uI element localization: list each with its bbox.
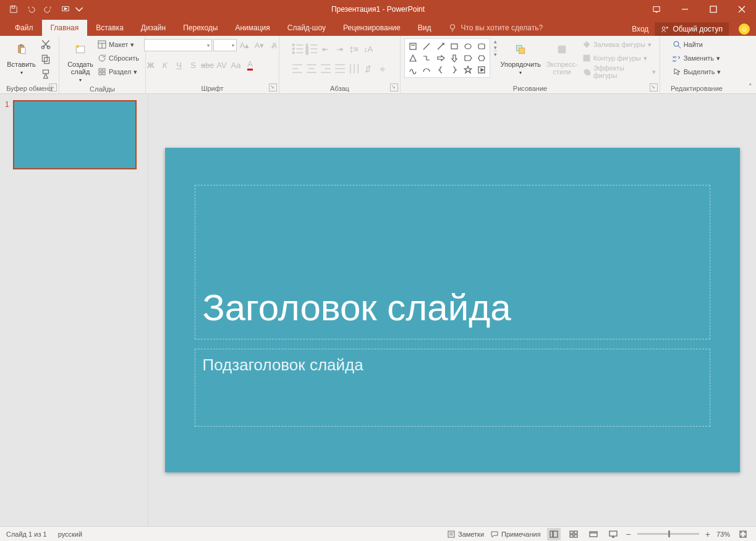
increase-font-button[interactable]: A▴	[238, 38, 252, 52]
tab-animations[interactable]: Анимация	[226, 20, 278, 36]
shapes-gallery[interactable]	[404, 38, 490, 78]
justify-button[interactable]	[333, 62, 347, 75]
minimize-button[interactable]	[671, 0, 699, 19]
reading-view-button[interactable]	[587, 528, 600, 540]
change-case-button[interactable]: Aa	[229, 58, 243, 72]
columns-button[interactable]	[347, 62, 361, 75]
shape-pentagon-icon[interactable]	[461, 52, 475, 64]
quick-styles-button[interactable]: A Экспресс- стили	[544, 38, 580, 75]
font-color-button[interactable]: A	[244, 58, 257, 72]
copy-button[interactable]	[39, 53, 53, 66]
zoom-in-button[interactable]: +	[705, 529, 710, 539]
tab-transitions[interactable]: Переходы	[174, 20, 226, 36]
tab-insert[interactable]: Вставка	[87, 20, 132, 36]
ribbon-display-options-button[interactable]	[642, 0, 671, 19]
tab-review[interactable]: Рецензирование	[334, 20, 409, 36]
reset-button[interactable]: Сбросить	[98, 52, 139, 64]
italic-button[interactable]: К	[158, 58, 172, 72]
undo-button[interactable]	[22, 1, 40, 18]
collapse-ribbon-button[interactable]: ˄	[749, 83, 752, 91]
align-left-button[interactable]	[291, 62, 304, 75]
font-name-combo[interactable]	[144, 39, 212, 51]
font-dialog-launcher[interactable]	[269, 83, 277, 92]
paste-button[interactable]: Вставить ▾	[7, 38, 36, 77]
shape-arc-icon[interactable]	[420, 64, 433, 76]
start-from-beginning-button[interactable]	[57, 1, 74, 18]
layout-button[interactable]: Макет ▾	[98, 38, 139, 51]
tab-file[interactable]: Файл	[6, 20, 42, 36]
shape-rectangle-icon[interactable]	[448, 40, 461, 52]
language-indicator[interactable]: русский	[58, 530, 82, 538]
slide[interactable]: Заголовок слайда Подзаголовок слайда	[165, 148, 740, 472]
drawing-dialog-launcher[interactable]	[650, 83, 658, 92]
align-center-button[interactable]	[305, 62, 318, 75]
shadow-button[interactable]: S	[187, 58, 200, 72]
tab-home[interactable]: Главная	[42, 20, 88, 36]
text-direction-button[interactable]: ↕A	[362, 42, 375, 56]
underline-button[interactable]: Ч	[172, 58, 186, 72]
maximize-button[interactable]	[699, 0, 728, 19]
tab-slideshow[interactable]: Слайд-шоу	[279, 20, 334, 36]
shape-oval-icon[interactable]	[461, 40, 475, 52]
fit-to-window-button[interactable]	[736, 528, 750, 540]
replace-button[interactable]: abacЗаменить ▾	[673, 52, 721, 64]
normal-view-button[interactable]	[547, 528, 561, 540]
font-size-combo[interactable]	[213, 39, 237, 51]
clipboard-dialog-launcher[interactable]	[49, 83, 57, 92]
shape-rounded-rect-icon[interactable]	[475, 40, 488, 52]
bullets-button[interactable]	[291, 42, 304, 56]
signin-link[interactable]: Вход	[632, 25, 648, 33]
decrease-indent-button[interactable]: ⇤	[319, 42, 333, 56]
title-placeholder[interactable]: Заголовок слайда	[195, 185, 710, 339]
shape-textbox-icon[interactable]	[406, 40, 420, 52]
feedback-smile-icon[interactable]: ☺	[739, 23, 750, 35]
new-slide-button[interactable]: Создать слайд ▾	[66, 38, 95, 84]
smartart-button[interactable]: ⎆	[376, 62, 389, 75]
paragraph-dialog-launcher[interactable]	[390, 83, 398, 92]
tab-view[interactable]: Вид	[409, 20, 440, 36]
align-text-button[interactable]: ⇵	[362, 62, 375, 75]
decrease-font-button[interactable]: A▾	[253, 38, 266, 52]
line-spacing-button[interactable]: ‡≡	[347, 42, 361, 56]
slide-sorter-view-button[interactable]	[567, 528, 580, 540]
shape-down-arrow-icon[interactable]	[448, 52, 461, 64]
shape-fill-button[interactable]: Заливка фигуры ▾	[582, 38, 656, 51]
shape-triangle-icon[interactable]	[406, 52, 420, 64]
shape-action-icon[interactable]	[475, 64, 488, 76]
shape-brace-right-icon[interactable]	[448, 64, 461, 76]
align-right-button[interactable]	[319, 62, 333, 75]
slideshow-view-button[interactable]	[606, 528, 620, 540]
shape-curve-icon[interactable]	[406, 64, 420, 76]
character-spacing-button[interactable]: AV	[215, 58, 229, 72]
shape-hexagon-icon[interactable]	[475, 52, 488, 64]
comments-button[interactable]: Примечания	[490, 528, 541, 540]
zoom-out-button[interactable]: −	[626, 529, 631, 539]
slide-thumbnail-1[interactable]	[13, 100, 137, 169]
shape-effects-button[interactable]: Эффекты фигуры ▾	[582, 66, 656, 78]
share-button[interactable]: Общий доступ	[655, 22, 729, 36]
redo-button[interactable]	[40, 1, 57, 18]
zoom-level[interactable]: 73%	[716, 530, 730, 538]
format-painter-button[interactable]	[39, 68, 53, 80]
shape-star-icon[interactable]	[461, 64, 475, 76]
increase-indent-button[interactable]: ⇥	[333, 42, 347, 56]
shape-outline-button[interactable]: Контур фигуры ▾	[582, 52, 656, 64]
bold-button[interactable]: Ж	[144, 58, 158, 72]
zoom-slider[interactable]	[637, 533, 699, 535]
qat-customize-button[interactable]	[74, 1, 84, 18]
find-button[interactable]: Найти	[673, 38, 721, 51]
shape-connector-icon[interactable]	[420, 52, 433, 64]
subtitle-placeholder[interactable]: Подзаголовок слайда	[195, 349, 710, 427]
tell-me-search[interactable]: Что вы хотите сделать?	[440, 20, 551, 36]
notes-button[interactable]: Заметки	[447, 528, 484, 540]
cut-button[interactable]	[39, 38, 53, 51]
numbering-button[interactable]: 123	[305, 42, 318, 56]
section-button[interactable]: Раздел ▾	[98, 66, 139, 78]
tab-design[interactable]: Дизайн	[132, 20, 174, 36]
select-button[interactable]: Выделить ▾	[673, 66, 721, 78]
shape-line-arrow-icon[interactable]	[433, 40, 447, 52]
shape-brace-left-icon[interactable]	[433, 64, 447, 76]
save-button[interactable]	[5, 1, 22, 18]
arrange-button[interactable]: Упорядочить▾	[499, 38, 542, 77]
close-button[interactable]	[728, 0, 756, 19]
